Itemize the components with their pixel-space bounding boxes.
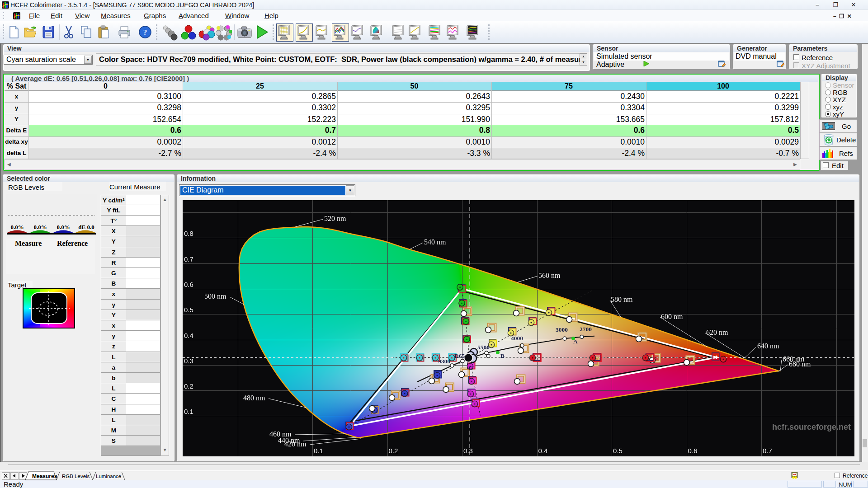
svg-text:?: ? bbox=[143, 28, 147, 37]
